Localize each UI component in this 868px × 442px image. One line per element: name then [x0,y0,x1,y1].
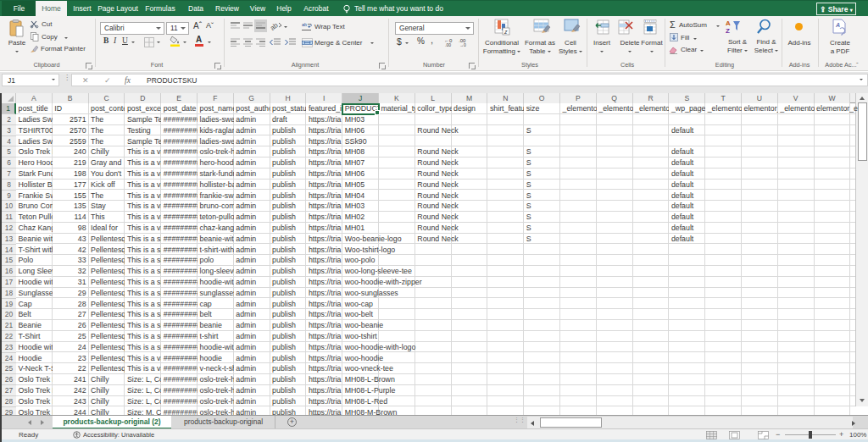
svg-text:ab: ab [269,21,280,32]
svg-text:A: A [835,22,840,28]
svg-text:z: z [504,29,508,35]
svg-text:ab: ab [302,22,307,27]
svg-text:→0: →0 [459,42,466,47]
svg-text:A: A [726,19,731,27]
svg-text:Z: Z [726,27,730,35]
svg-text:.00: .00 [445,42,451,47]
